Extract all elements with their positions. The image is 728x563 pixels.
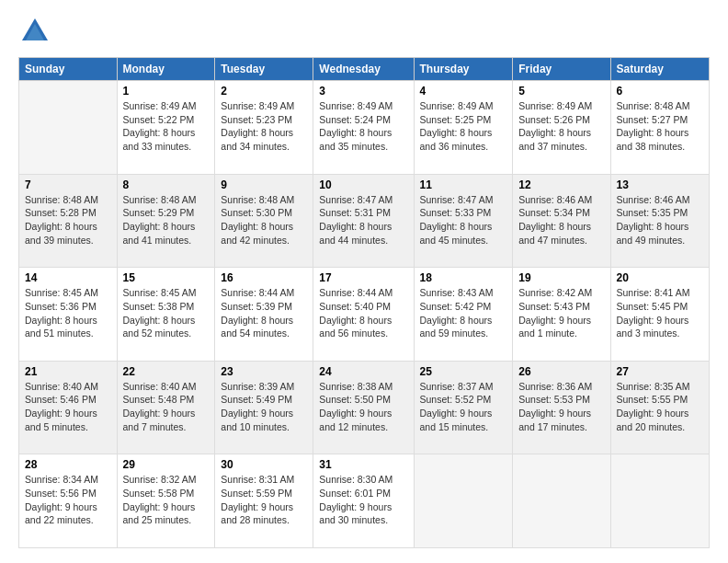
day-number: 30 <box>221 458 307 471</box>
calendar-header: SundayMondayTuesdayWednesdayThursdayFrid… <box>19 58 710 81</box>
day-info: Sunrise: 8:31 AMSunset: 5:59 PMDaylight:… <box>221 474 294 525</box>
day-cell: 18 Sunrise: 8:43 AMSunset: 5:42 PMDaylig… <box>414 268 513 362</box>
day-info: Sunrise: 8:38 AMSunset: 5:50 PMDaylight:… <box>319 381 392 432</box>
page: SundayMondayTuesdayWednesdayThursdayFrid… <box>0 0 728 563</box>
day-info: Sunrise: 8:46 AMSunset: 5:35 PMDaylight:… <box>617 194 690 246</box>
day-number: 4 <box>420 85 507 98</box>
day-info: Sunrise: 8:40 AMSunset: 5:46 PMDaylight:… <box>25 381 98 432</box>
day-number: 15 <box>123 271 210 284</box>
day-number: 27 <box>617 365 703 378</box>
day-cell: 1 Sunrise: 8:49 AMSunset: 5:22 PMDayligh… <box>117 81 215 175</box>
day-cell: 27 Sunrise: 8:35 AMSunset: 5:55 PMDaylig… <box>610 361 709 454</box>
day-number: 11 <box>420 178 507 191</box>
weekday-header-friday: Friday <box>513 58 610 81</box>
day-info: Sunrise: 8:48 AMSunset: 5:27 PMDaylight:… <box>617 100 690 152</box>
weekday-header-monday: Monday <box>117 58 215 81</box>
day-number: 28 <box>25 458 111 471</box>
day-number: 13 <box>617 178 703 191</box>
day-info: Sunrise: 8:48 AMSunset: 5:29 PMDaylight:… <box>123 194 197 246</box>
day-cell: 22 Sunrise: 8:40 AMSunset: 5:48 PMDaylig… <box>117 361 215 454</box>
logo-icon <box>18 15 51 48</box>
day-cell: 19 Sunrise: 8:42 AMSunset: 5:43 PMDaylig… <box>513 268 610 362</box>
day-number: 1 <box>123 85 210 98</box>
week-row-1: 1 Sunrise: 8:49 AMSunset: 5:22 PMDayligh… <box>19 81 710 175</box>
day-cell: 10 Sunrise: 8:47 AMSunset: 5:31 PMDaylig… <box>313 174 414 268</box>
day-cell: 3 Sunrise: 8:49 AMSunset: 5:24 PMDayligh… <box>313 81 414 175</box>
day-number: 21 <box>25 365 111 378</box>
weekday-header-wednesday: Wednesday <box>313 58 414 81</box>
day-cell: 15 Sunrise: 8:45 AMSunset: 5:38 PMDaylig… <box>117 268 215 362</box>
day-info: Sunrise: 8:32 AMSunset: 5:58 PMDaylight:… <box>123 474 197 525</box>
day-cell: 17 Sunrise: 8:44 AMSunset: 5:40 PMDaylig… <box>313 268 414 362</box>
day-info: Sunrise: 8:49 AMSunset: 5:23 PMDaylight:… <box>221 100 294 152</box>
day-cell: 26 Sunrise: 8:36 AMSunset: 5:53 PMDaylig… <box>513 361 610 454</box>
calendar-table: SundayMondayTuesdayWednesdayThursdayFrid… <box>18 57 710 548</box>
day-info: Sunrise: 8:37 AMSunset: 5:52 PMDaylight:… <box>420 381 494 432</box>
day-number: 8 <box>123 178 210 191</box>
day-cell: 25 Sunrise: 8:37 AMSunset: 5:52 PMDaylig… <box>414 361 513 454</box>
day-info: Sunrise: 8:45 AMSunset: 5:38 PMDaylight:… <box>123 287 197 339</box>
day-cell: 14 Sunrise: 8:45 AMSunset: 5:36 PMDaylig… <box>19 268 118 362</box>
day-number: 17 <box>319 271 407 284</box>
day-cell: 13 Sunrise: 8:46 AMSunset: 5:35 PMDaylig… <box>610 174 709 268</box>
day-info: Sunrise: 8:30 AMSunset: 6:01 PMDaylight:… <box>319 474 392 525</box>
day-info: Sunrise: 8:47 AMSunset: 5:33 PMDaylight:… <box>420 194 494 246</box>
day-number: 10 <box>319 178 407 191</box>
week-row-5: 28 Sunrise: 8:34 AMSunset: 5:56 PMDaylig… <box>19 454 710 548</box>
day-cell <box>19 81 118 175</box>
day-info: Sunrise: 8:42 AMSunset: 5:43 PMDaylight:… <box>518 287 592 339</box>
day-number: 6 <box>617 85 703 98</box>
day-cell <box>610 454 709 548</box>
day-cell: 12 Sunrise: 8:46 AMSunset: 5:34 PMDaylig… <box>513 174 610 268</box>
logo <box>18 15 55 48</box>
day-cell: 30 Sunrise: 8:31 AMSunset: 5:59 PMDaylig… <box>215 454 313 548</box>
day-info: Sunrise: 8:46 AMSunset: 5:34 PMDaylight:… <box>518 194 592 246</box>
day-cell: 7 Sunrise: 8:48 AMSunset: 5:28 PMDayligh… <box>19 174 118 268</box>
weekday-header-thursday: Thursday <box>414 58 513 81</box>
day-number: 14 <box>25 271 111 284</box>
day-info: Sunrise: 8:34 AMSunset: 5:56 PMDaylight:… <box>25 474 98 525</box>
day-cell: 29 Sunrise: 8:32 AMSunset: 5:58 PMDaylig… <box>117 454 215 548</box>
week-row-3: 14 Sunrise: 8:45 AMSunset: 5:36 PMDaylig… <box>19 268 710 362</box>
day-info: Sunrise: 8:49 AMSunset: 5:25 PMDaylight:… <box>420 100 494 152</box>
day-number: 18 <box>420 271 507 284</box>
day-number: 9 <box>221 178 307 191</box>
day-number: 19 <box>518 271 604 284</box>
day-number: 7 <box>25 178 111 191</box>
day-number: 20 <box>617 271 703 284</box>
day-info: Sunrise: 8:44 AMSunset: 5:39 PMDaylight:… <box>221 287 294 339</box>
day-info: Sunrise: 8:39 AMSunset: 5:49 PMDaylight:… <box>221 381 294 432</box>
day-info: Sunrise: 8:48 AMSunset: 5:28 PMDaylight:… <box>25 194 98 246</box>
day-cell: 5 Sunrise: 8:49 AMSunset: 5:26 PMDayligh… <box>513 81 610 175</box>
day-cell: 21 Sunrise: 8:40 AMSunset: 5:46 PMDaylig… <box>19 361 118 454</box>
day-info: Sunrise: 8:49 AMSunset: 5:22 PMDaylight:… <box>123 100 197 152</box>
day-cell: 23 Sunrise: 8:39 AMSunset: 5:49 PMDaylig… <box>215 361 313 454</box>
day-number: 31 <box>319 458 407 471</box>
day-info: Sunrise: 8:45 AMSunset: 5:36 PMDaylight:… <box>25 287 98 339</box>
day-cell <box>513 454 610 548</box>
day-cell: 6 Sunrise: 8:48 AMSunset: 5:27 PMDayligh… <box>610 81 709 175</box>
day-number: 29 <box>123 458 210 471</box>
day-number: 24 <box>319 365 407 378</box>
weekday-header-saturday: Saturday <box>610 58 709 81</box>
calendar-body: 1 Sunrise: 8:49 AMSunset: 5:22 PMDayligh… <box>19 81 710 548</box>
day-cell: 2 Sunrise: 8:49 AMSunset: 5:23 PMDayligh… <box>215 81 313 175</box>
day-number: 3 <box>319 85 407 98</box>
weekday-row: SundayMondayTuesdayWednesdayThursdayFrid… <box>19 58 710 81</box>
day-number: 22 <box>123 365 210 378</box>
day-info: Sunrise: 8:49 AMSunset: 5:24 PMDaylight:… <box>319 100 392 152</box>
day-number: 16 <box>221 271 307 284</box>
day-info: Sunrise: 8:36 AMSunset: 5:53 PMDaylight:… <box>518 381 592 432</box>
day-cell: 11 Sunrise: 8:47 AMSunset: 5:33 PMDaylig… <box>414 174 513 268</box>
day-info: Sunrise: 8:47 AMSunset: 5:31 PMDaylight:… <box>319 194 392 246</box>
weekday-header-sunday: Sunday <box>19 58 118 81</box>
day-info: Sunrise: 8:48 AMSunset: 5:30 PMDaylight:… <box>221 194 294 246</box>
day-number: 2 <box>221 85 307 98</box>
header <box>18 15 710 48</box>
day-number: 5 <box>518 85 604 98</box>
day-number: 25 <box>420 365 507 378</box>
day-number: 26 <box>518 365 604 378</box>
weekday-header-tuesday: Tuesday <box>215 58 313 81</box>
day-number: 12 <box>518 178 604 191</box>
day-info: Sunrise: 8:49 AMSunset: 5:26 PMDaylight:… <box>518 100 592 152</box>
